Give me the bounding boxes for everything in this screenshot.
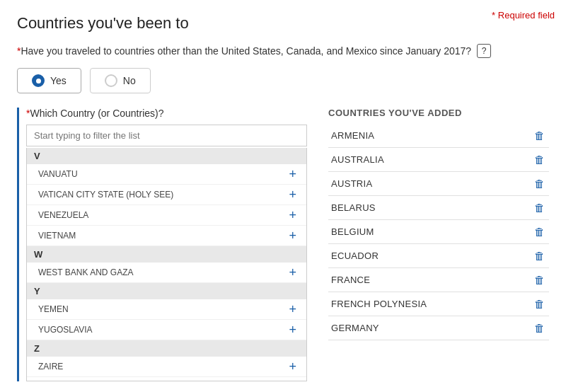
page-title: Countries you've been to (17, 14, 549, 33)
trash-icon: 🗑 (534, 274, 545, 286)
group-header-v: V (27, 148, 306, 164)
country-row[interactable]: ZAIRE+ (27, 357, 306, 377)
added-country-name: GERMANY (331, 323, 379, 333)
trash-icon: 🗑 (534, 202, 545, 214)
main-section: *Which Country (or Countries)? VVANUATU+… (17, 108, 549, 381)
country-row[interactable]: VATICAN CITY STATE (HOLY SEE)+ (27, 185, 306, 205)
delete-country-button[interactable]: 🗑 (533, 202, 546, 214)
country-name: WEST BANK AND GAZA (38, 267, 133, 277)
left-panel: *Which Country (or Countries)? VVANUATU+… (17, 108, 307, 381)
add-country-button[interactable]: + (286, 188, 299, 201)
added-item: AUSTRIA🗑 (328, 172, 549, 196)
add-country-button[interactable]: + (286, 323, 299, 336)
add-country-button[interactable]: + (286, 303, 299, 316)
radio-no-label: No (123, 75, 136, 86)
group-header-y: Y (27, 283, 306, 299)
filter-input[interactable] (26, 125, 307, 146)
added-country-name: BELARUS (331, 202, 376, 213)
country-row[interactable]: ZAMBIA+ (27, 377, 306, 381)
radio-no-circle (105, 74, 117, 87)
delete-country-button[interactable]: 🗑 (533, 178, 546, 190)
added-item: BELGIUM🗑 (328, 220, 549, 244)
added-country-name: FRANCE (331, 275, 370, 285)
country-name: VATICAN CITY STATE (HOLY SEE) (38, 190, 173, 200)
delete-country-button[interactable]: 🗑 (533, 274, 546, 286)
right-panel: COUNTRIES YOU'VE ADDED ARMENIA🗑AUSTRALIA… (307, 108, 549, 381)
radio-group: Yes No (17, 68, 549, 93)
added-item: GERMANY🗑 (328, 316, 549, 340)
added-item: BELARUS🗑 (328, 196, 549, 220)
country-row[interactable]: YEMEN+ (27, 299, 306, 320)
delete-country-button[interactable]: 🗑 (533, 298, 546, 310)
required-note: * Required field (492, 10, 555, 21)
added-item: FRANCE🗑 (328, 268, 549, 292)
trash-icon: 🗑 (534, 154, 545, 166)
trash-icon: 🗑 (534, 250, 545, 262)
add-country-button[interactable]: + (286, 266, 299, 279)
added-country-name: FRENCH POLYNESIA (331, 299, 427, 309)
added-country-name: ARMENIA (331, 130, 374, 141)
added-item: FRENCH POLYNESIA🗑 (328, 292, 549, 316)
added-item: ARMENIA🗑 (328, 124, 549, 148)
country-name: VENEZUELA (38, 210, 88, 220)
trash-icon: 🗑 (534, 129, 545, 142)
add-country-button[interactable]: + (286, 209, 299, 221)
country-row[interactable]: YUGOSLAVIA+ (27, 320, 306, 340)
delete-country-button[interactable]: 🗑 (533, 129, 546, 142)
travel-question-text: *Have you traveled to countries other th… (17, 45, 471, 57)
delete-country-button[interactable]: 🗑 (533, 322, 546, 334)
trash-icon: 🗑 (534, 298, 545, 310)
trash-icon: 🗑 (534, 178, 545, 190)
added-country-name: AUSTRALIA (331, 154, 384, 165)
add-country-button[interactable]: + (286, 229, 299, 242)
country-name: YUGOSLAVIA (38, 325, 92, 335)
travel-question: *Have you traveled to countries other th… (17, 44, 549, 58)
radio-yes-label: Yes (50, 75, 67, 86)
added-item: AUSTRALIA🗑 (328, 148, 549, 172)
country-name: VIETNAM (38, 231, 76, 241)
delete-country-button[interactable]: 🗑 (533, 226, 546, 238)
which-country-label: *Which Country (or Countries)? (26, 108, 307, 119)
radio-yes-circle (32, 74, 45, 87)
added-item: ECUADOR🗑 (328, 244, 549, 268)
delete-country-button[interactable]: 🗑 (533, 250, 546, 262)
group-header-w: W (27, 246, 306, 263)
added-country-name: BELGIUM (331, 226, 374, 237)
delete-country-button[interactable]: 🗑 (533, 154, 546, 166)
radio-no[interactable]: No (90, 68, 151, 93)
country-name: YEMEN (38, 304, 69, 314)
added-list: ARMENIA🗑AUSTRALIA🗑AUSTRIA🗑BELARUS🗑BELGIU… (328, 124, 549, 340)
added-country-name: ECUADOR (331, 250, 379, 261)
added-header: COUNTRIES YOU'VE ADDED (328, 108, 549, 118)
add-country-button[interactable]: + (286, 168, 299, 180)
trash-icon: 🗑 (534, 226, 545, 238)
added-country-name: AUSTRIA (331, 178, 372, 189)
add-country-button[interactable]: + (286, 381, 299, 381)
group-header-z: Z (27, 340, 306, 357)
country-list[interactable]: VVANUATU+VATICAN CITY STATE (HOLY SEE)+V… (26, 148, 307, 381)
country-row[interactable]: WEST BANK AND GAZA+ (27, 263, 306, 283)
page-container: * Required field Countries you've been t… (0, 0, 566, 392)
country-row[interactable]: VENEZUELA+ (27, 205, 306, 226)
country-row[interactable]: VIETNAM+ (27, 226, 306, 246)
country-name: ZAIRE (38, 362, 63, 371)
add-country-button[interactable]: + (286, 360, 299, 373)
help-button[interactable]: ? (477, 44, 491, 58)
radio-yes[interactable]: Yes (17, 68, 81, 93)
country-name: VANUATU (38, 169, 78, 179)
trash-icon: 🗑 (534, 322, 545, 334)
country-row[interactable]: VANUATU+ (27, 164, 306, 185)
